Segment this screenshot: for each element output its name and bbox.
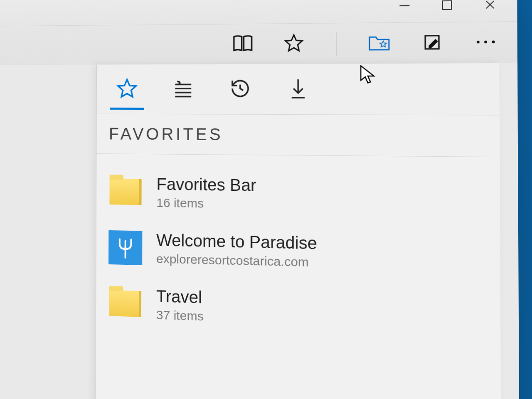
toolbar [0, 22, 517, 65]
svg-rect-1 [443, 0, 452, 9]
svg-point-9 [492, 40, 495, 43]
minimize-button[interactable] [396, 0, 414, 14]
favorite-name: Travel [156, 286, 204, 307]
star-icon [283, 32, 305, 56]
book-icon [231, 32, 255, 57]
ellipsis-icon [475, 38, 497, 47]
close-button[interactable] [481, 0, 499, 13]
hub-title: FAVORITES [96, 114, 500, 158]
svg-point-8 [484, 40, 487, 43]
hub-panel: FAVORITES Favorites Bar 16 items [95, 63, 501, 399]
hub-tab-reading-list[interactable] [164, 69, 202, 109]
maximize-button[interactable] [438, 0, 456, 14]
favorites-list: Favorites Bar 16 items [96, 154, 500, 345]
svg-marker-10 [118, 79, 136, 97]
download-icon [287, 76, 310, 102]
svg-marker-5 [380, 41, 387, 47]
favorites-folder[interactable]: Favorites Bar 16 items [96, 165, 500, 228]
favorite-name: Welcome to Paradise [156, 230, 317, 253]
svg-marker-4 [286, 34, 302, 50]
hub-button[interactable] [362, 28, 397, 59]
favorite-subtitle: 16 items [156, 195, 256, 212]
add-favorite-button[interactable] [277, 29, 311, 59]
favorite-site[interactable]: Welcome to Paradise exploreresortcostari… [96, 221, 500, 286]
svg-point-7 [477, 40, 480, 43]
history-icon [229, 76, 252, 102]
favorite-subtitle: exploreresortcostarica.com [156, 251, 317, 270]
browser-window: FAVORITES Favorites Bar 16 items [0, 0, 520, 399]
site-tile-icon [108, 230, 142, 265]
hub-tabs [97, 63, 500, 116]
hub-tab-downloads[interactable] [278, 69, 318, 109]
folder-icon [108, 175, 142, 209]
reading-list-icon [171, 76, 195, 102]
hub-title-text: FAVORITES [109, 125, 223, 144]
favorites-folder[interactable]: Travel 37 items [96, 276, 500, 345]
more-button[interactable] [468, 27, 504, 58]
web-note-button[interactable] [414, 28, 450, 58]
hub-tab-history[interactable] [221, 69, 260, 109]
hub-icon [368, 33, 391, 54]
star-icon [115, 76, 139, 102]
favorite-name: Favorites Bar [156, 174, 256, 195]
favorite-subtitle: 37 items [156, 308, 204, 324]
note-icon [422, 32, 442, 54]
toolbar-separator [336, 32, 336, 55]
folder-icon [108, 286, 142, 321]
reading-view-button[interactable] [226, 30, 260, 59]
hub-tab-favorites[interactable] [108, 69, 146, 109]
